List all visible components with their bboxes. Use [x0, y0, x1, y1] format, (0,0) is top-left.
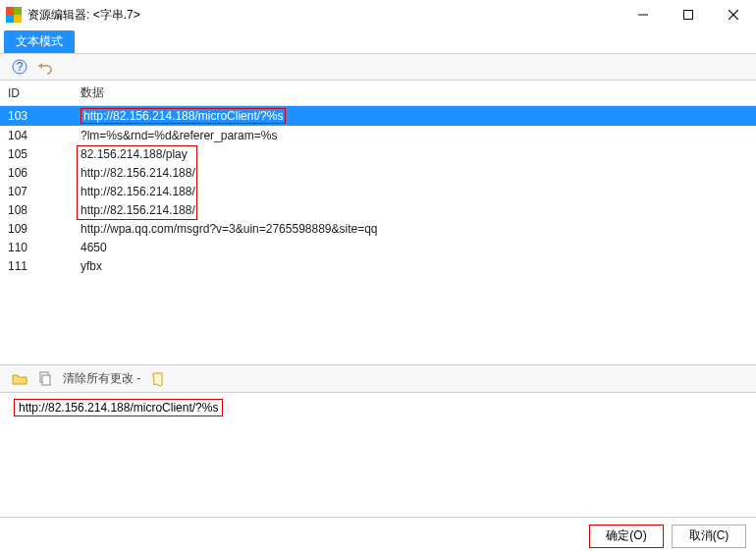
cell-data: http://82.156.214.188/	[73, 183, 756, 201]
table-row[interactable]: 103http://82.156.214.188/microClient/?%s	[0, 106, 756, 127]
table-row[interactable]: 104?lm=%s&rnd=%d&referer_param=%s	[0, 127, 756, 145]
table-row[interactable]: 107http://82.156.214.188/	[0, 183, 756, 201]
open-folder-icon[interactable]	[12, 371, 27, 387]
table-row[interactable]: 1104650	[0, 239, 756, 257]
table-row[interactable]: 109http://wpa.qq.com/msgrd?v=3&uin=27655…	[0, 220, 756, 239]
script-icon[interactable]	[150, 371, 166, 387]
cell-data	[73, 347, 756, 364]
cell-id: 103	[0, 106, 73, 127]
toolbar-primary: ?	[0, 53, 756, 81]
cancel-button[interactable]: 取消(C)	[672, 525, 746, 548]
minimize-button[interactable]	[621, 0, 666, 29]
cell-data: http://82.156.214.188/	[73, 201, 756, 220]
cell-id: 106	[0, 164, 73, 183]
dialog-footer: 确定(O) 取消(C)	[0, 517, 756, 554]
cell-id: 108	[0, 201, 73, 220]
table-row[interactable]: 10582.156.214.188/play	[0, 145, 756, 164]
copy-icon[interactable]	[37, 371, 53, 387]
highlight-box: http://82.156.214.188/microClient/?%s	[81, 108, 286, 124]
cell-data: http://82.156.214.188/microClient/?%s	[73, 106, 756, 127]
table-row[interactable]	[0, 347, 756, 364]
cell-id: 111	[0, 257, 73, 276]
table-row[interactable]	[0, 311, 756, 329]
maximize-button[interactable]	[666, 0, 711, 29]
cell-id: 107	[0, 183, 73, 201]
title-bar: 资源编辑器: <字串.7>	[0, 0, 756, 29]
cell-id	[0, 311, 73, 329]
cell-data	[73, 276, 756, 294]
cell-data: http://82.156.214.188/	[73, 164, 756, 183]
cell-data	[73, 329, 756, 347]
cell-data: http://wpa.qq.com/msgrd?v=3&uin=27655988…	[73, 220, 756, 239]
app-icon	[6, 7, 22, 23]
svg-rect-11	[42, 375, 50, 385]
svg-rect-1	[14, 7, 22, 15]
toolbar-secondary: 清除所有更改 -	[0, 365, 756, 393]
cell-data	[73, 311, 756, 329]
col-header-id[interactable]: ID	[0, 81, 73, 106]
clear-all-changes-button[interactable]: 清除所有更改 -	[63, 370, 140, 387]
string-table[interactable]: ID 数据 103http://82.156.214.188/microClie…	[0, 81, 756, 365]
table-row[interactable]	[0, 364, 756, 366]
table-row[interactable]	[0, 329, 756, 347]
tab-text-mode[interactable]: 文本模式	[4, 30, 75, 53]
cell-id: 104	[0, 127, 73, 145]
editor-text[interactable]: http://82.156.214.188/microClient/?%s	[19, 401, 218, 415]
table-header-row: ID 数据	[0, 81, 756, 106]
table-row[interactable]	[0, 276, 756, 294]
cell-data	[73, 364, 756, 366]
cell-id: 110	[0, 239, 73, 257]
col-header-data[interactable]: 数据	[73, 81, 756, 106]
table-row[interactable]: 111yfbx	[0, 257, 756, 276]
cell-id	[0, 276, 73, 294]
cell-data: yfbx	[73, 257, 756, 276]
cell-id	[0, 364, 73, 366]
svg-rect-0	[6, 7, 14, 15]
svg-rect-3	[14, 15, 22, 23]
help-icon[interactable]: ?	[10, 57, 29, 77]
cell-id: 109	[0, 220, 73, 239]
undo-icon[interactable]	[35, 57, 55, 77]
cell-data: 82.156.214.188/play	[73, 145, 756, 164]
window-controls	[621, 0, 756, 29]
editor-pane[interactable]: http://82.156.214.188/microClient/?%s	[0, 393, 756, 517]
ok-button[interactable]: 确定(O)	[589, 525, 664, 548]
cell-data: ?lm=%s&rnd=%d&referer_param=%s	[73, 127, 756, 145]
table-row[interactable]: 106http://82.156.214.188/	[0, 164, 756, 183]
cell-id	[0, 329, 73, 347]
table-row[interactable]	[0, 294, 756, 311]
svg-rect-5	[684, 11, 693, 20]
window-title: 资源编辑器: <字串.7>	[27, 7, 140, 24]
svg-rect-2	[6, 15, 14, 23]
cell-id	[0, 347, 73, 364]
svg-text:?: ?	[17, 60, 24, 74]
cell-data	[73, 294, 756, 311]
table-row[interactable]: 108http://82.156.214.188/	[0, 201, 756, 220]
cell-id: 105	[0, 145, 73, 164]
tab-bar: 文本模式	[0, 29, 756, 53]
close-button[interactable]	[711, 0, 756, 29]
cell-id	[0, 294, 73, 311]
editor-text-highlight: http://82.156.214.188/microClient/?%s	[14, 399, 223, 416]
cell-data: 4650	[73, 239, 756, 257]
